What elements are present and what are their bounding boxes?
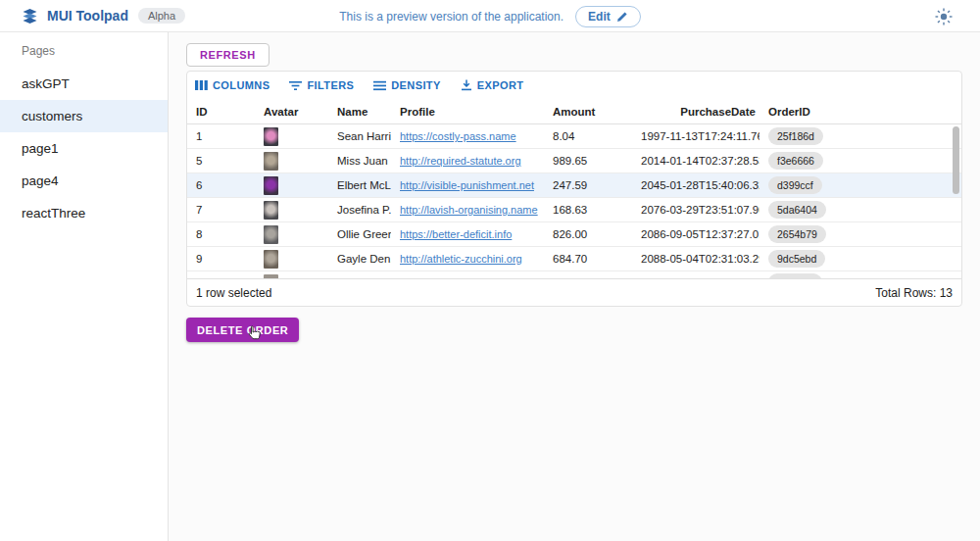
avatar [264,152,278,171]
cell-id: 8 [187,228,255,240]
column-header-profile[interactable]: Profile [391,106,544,118]
cell-profile: http://athletic-zucchini.org [391,253,544,265]
edit-button[interactable]: Edit [575,6,641,27]
cell-name: Miss Juan ... [328,155,391,167]
column-header-avatar[interactable]: Avatar [255,106,328,118]
cell-name: Sean Harris [328,130,391,142]
app-bar: MUI Toolpad Alpha This is a preview vers… [0,0,980,32]
sidebar-item-reactThree[interactable]: reactThree [0,197,168,229]
delete-order-button[interactable]: DELETE ORDER [186,318,299,342]
app-title: MUI Toolpad [47,8,128,24]
sidebar: Pages askGPTcustomerspage1page4reactThre… [0,32,169,541]
cell-purchasedate: 2076-03-29T23:51:07.968Z [632,204,760,216]
table-row[interactable]: 6 Elbert McL... http://visible-punishmen… [187,173,961,198]
orderid-chip: d399ccf [768,176,822,194]
table-row[interactable]: 9 Gayle Den... http://athletic-zucchini.… [187,247,961,271]
columns-button[interactable]: COLUMNS [195,79,270,91]
avatar [264,250,278,269]
column-header-name[interactable]: Name [328,106,391,118]
filters-button[interactable]: FILTERS [289,79,354,91]
cell-profile: http://required-statute.org [391,155,544,167]
table-row[interactable]: 7 Josefina P... http://lavish-organising… [187,198,961,222]
scrollbar-thumb[interactable] [953,126,959,194]
profile-link[interactable]: https://better-deficit.info [400,228,512,240]
filter-list-icon [289,80,302,91]
cell-profile: https://costly-pass.name [391,130,544,142]
cell-avatar [255,127,328,146]
sidebar-item-page4[interactable]: page4 [0,165,168,197]
alpha-badge: Alpha [138,8,185,24]
total-rows-status: Total Rows: 13 [875,286,953,300]
cell-id: 5 [187,155,255,167]
cell-name: Josefina P... [328,204,391,216]
preview-banner-text: This is a preview version of the applica… [339,10,564,24]
brand-group: MUI Toolpad Alpha [0,8,185,24]
export-button-label: EXPORT [477,79,524,91]
cell-avatar [255,274,328,279]
table-row[interactable]: 8 Ollie Green... https://better-deficit.… [187,222,961,247]
cell-name: Elbert McL... [328,179,391,191]
data-grid: COLUMNS FILTERS DENSITY EXPORT [186,71,962,307]
cell-purchasedate: 2086-09-05T12:37:27.015Z [632,228,760,240]
cell-avatar [255,201,328,220]
orderid-chip: 9dc5ebd [768,250,825,268]
table-row[interactable]: 1 Sean Harris https://costly-pass.name 8… [187,124,961,149]
edit-button-label: Edit [588,10,611,24]
columns-button-label: COLUMNS [213,79,270,91]
cell-avatar [255,225,328,244]
column-header-id[interactable]: ID [187,106,255,118]
sidebar-item-askGPT[interactable]: askGPT [0,68,168,100]
cell-avatar [255,250,328,269]
orderid-chip [768,273,822,278]
cell-profile: http://visible-punishment.net [391,179,544,191]
view-columns-icon [195,79,208,91]
cell-purchasedate: 2014-01-14T02:37:28.536Z [632,155,760,167]
pencil-icon [616,11,628,23]
theme-toggle-sun-icon[interactable] [935,8,953,25]
cell-amount: 168.63 [544,204,632,216]
cell-id: 1 [187,130,255,142]
density-button[interactable]: DENSITY [373,79,440,91]
export-button[interactable]: EXPORT [461,79,524,91]
profile-link[interactable]: http://required-statute.org [400,155,521,167]
avatar [264,127,278,146]
column-header-amount[interactable]: Amount [544,106,632,118]
cell-purchasedate: 2045-01-28T15:40:06.325Z [632,179,760,191]
profile-link[interactable]: http://lavish-organising.name [400,204,538,216]
avatar [264,225,278,244]
cell-id: 9 [187,253,255,265]
profile-link[interactable]: http://visible-punishment.net [400,179,534,191]
cell-amount: 247.59 [544,179,632,191]
density-lines-icon [373,80,386,91]
download-icon [461,79,472,91]
cell-amount: 8.04 [544,130,632,142]
profile-link[interactable]: http://athletic-zucchini.org [400,253,522,265]
cell-amount: 684.70 [544,253,632,265]
cell-avatar [255,152,328,171]
selected-rows-status: 1 row selected [196,286,271,300]
sidebar-item-customers[interactable]: customers [0,100,168,132]
avatar [264,201,278,220]
cell-avatar [255,176,328,195]
orderid-chip: f3e6666 [768,152,823,170]
cell-amount: 989.65 [544,155,632,167]
orderid-chip: 25f186d [768,127,823,145]
cell-orderid: d399ccf [760,176,961,194]
cell-amount: 826.00 [544,228,632,240]
table-row-partial[interactable] [187,271,961,278]
refresh-button[interactable]: REFRESH [186,43,270,67]
table-row[interactable]: 5 Miss Juan ... http://required-statute.… [187,149,961,173]
cell-profile: http://lavish-organising.name [391,204,544,216]
filters-button-label: FILTERS [307,79,354,91]
grid-rows-viewport: 1 Sean Harris https://costly-pass.name 8… [187,124,961,278]
profile-link[interactable]: https://costly-pass.name [400,130,516,142]
sidebar-item-page1[interactable]: page1 [0,132,168,165]
avatar [264,176,278,195]
column-header-purchasedate[interactable]: PurchaseDate [632,106,760,118]
density-button-label: DENSITY [391,79,440,91]
grid-header-row: ID Avatar Name Profile Amount PurchaseDa… [187,99,961,124]
column-header-orderid[interactable]: OrderID [760,106,961,118]
cell-profile: https://better-deficit.info [391,228,544,240]
cell-name: Ollie Green... [328,228,391,240]
grid-footer: 1 row selected Total Rows: 13 [187,278,961,307]
